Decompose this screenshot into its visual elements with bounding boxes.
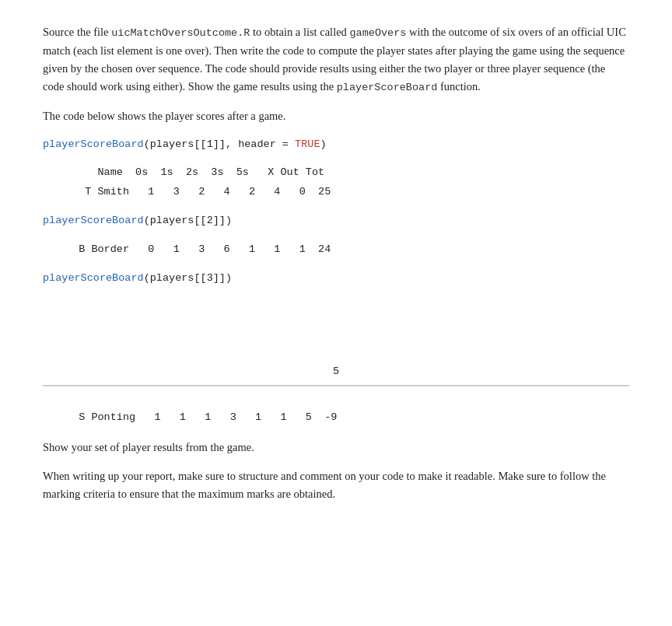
code1-equals: =	[276, 138, 295, 150]
page-number: 5	[43, 365, 629, 377]
show-results-paragraph: Show your set of player results from the…	[43, 439, 629, 456]
report-paragraph: When writing up your report, make sure t…	[43, 467, 629, 503]
top-section: Source the file uicMatchOversOutcome.R t…	[43, 16, 629, 377]
code-playerscoreboard-ref: playerScoreBoard	[337, 82, 438, 93]
score-table-2: B Border 0 1 3 6 1 1 1 24	[66, 240, 629, 259]
score-table-1: Name 0s 1s 2s 3s 5s X Out Tot T Smith 1 …	[66, 163, 629, 201]
table3-data-row: S Ponting 1 1 1 3 1 1 5 -9	[66, 408, 629, 427]
intro-paragraph: Source the file uicMatchOversOutcome.R t…	[43, 23, 629, 96]
code2-function: playerScoreBoard	[43, 215, 144, 226]
code1-close: )	[320, 138, 326, 150]
table2-data-row: B Border 0 1 3 6 1 1 1 24	[66, 240, 629, 259]
page-content: Source the file uicMatchOversOutcome.R t…	[0, 0, 672, 530]
table1-header-row: Name 0s 1s 2s 3s 5s X Out Tot	[66, 163, 629, 182]
code-intro-paragraph: The code below shows the player scores a…	[43, 107, 629, 125]
spacer-gap	[43, 297, 629, 359]
score-table-3: S Ponting 1 1 1 3 1 1 5 -9	[66, 408, 629, 427]
code-block-2: playerScoreBoard(players[[2]])	[43, 212, 629, 229]
code2-args: (players[[2]])	[144, 215, 232, 226]
table1-data-row: T Smith 1 3 2 4 2 4 0 25	[66, 183, 629, 201]
code-filename: uicMatchOversOutcome.R	[111, 27, 250, 39]
code1-open: (players[[1]], header	[144, 138, 276, 150]
code1-function: playerScoreBoard	[43, 138, 144, 150]
code-gameovers: gameOvers	[349, 27, 406, 39]
code-block-1: playerScoreBoard(players[[1]], header = …	[43, 136, 629, 153]
code1-true: TRUE	[295, 138, 320, 150]
page-divider	[43, 385, 629, 386]
code3-args: (players[[3]])	[144, 272, 232, 284]
bottom-section: S Ponting 1 1 1 3 1 1 5 -9 Show your set…	[43, 394, 629, 503]
code3-function: playerScoreBoard	[43, 272, 144, 284]
code-block-3: playerScoreBoard(players[[3]])	[43, 270, 629, 287]
